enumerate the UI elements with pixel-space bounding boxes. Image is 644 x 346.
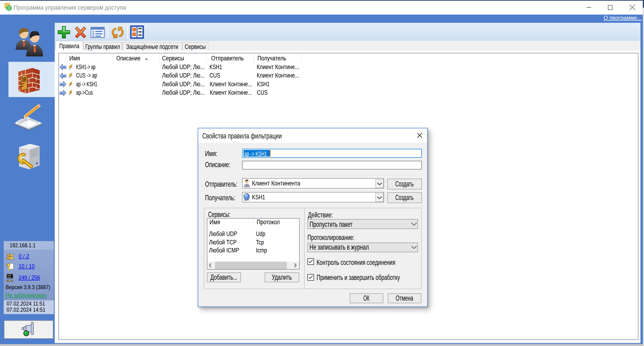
svg-text:255: 255: [8, 276, 11, 278]
